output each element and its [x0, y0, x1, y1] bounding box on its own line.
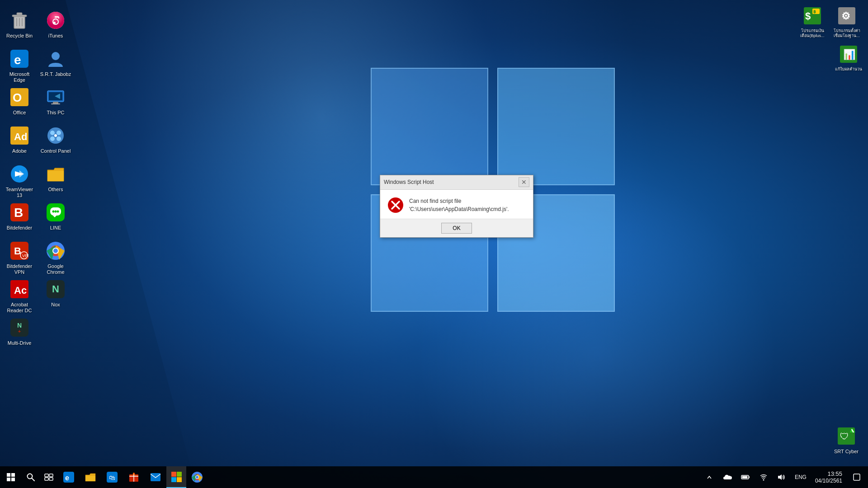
desktop-icons-right: $ ฿ โปรแกรมเงินเดือน(Bplus... ⚙ โปรแกรมต…	[795, 2, 866, 79]
srt-cyber-icon[interactable]: 🛡 SRT Cyber	[829, 422, 863, 461]
dialog-body: Can not find script file 'C:\Users\user\…	[380, 190, 533, 219]
svg-point-11	[53, 22, 56, 24]
desktop-icon-thai1[interactable]: $ ฿ โปรแกรมเงินเดือน(Bplus...	[795, 2, 830, 41]
desktop-icon-line[interactable]: LINE	[38, 199, 73, 237]
desktop-icon-multidrive[interactable]: N + Multi-Drive	[2, 314, 37, 352]
dialog-close-button[interactable]: ✕	[519, 177, 529, 187]
chrome-label: Google Chrome	[39, 263, 72, 275]
desktop-icon-thai3[interactable]: 📊 แก้ใบผลคำนวน	[831, 41, 866, 79]
dialog-titlebar[interactable]: Windows Script Host ✕	[380, 175, 533, 190]
desktop-icon-this-pc[interactable]: This PC	[38, 84, 73, 122]
office-icon: O	[9, 86, 30, 108]
teamviewer-icon	[9, 163, 30, 185]
svg-point-40	[57, 211, 59, 213]
desktop-icon-adobe[interactable]: Ad Adobe	[2, 122, 37, 160]
line-icon	[45, 202, 66, 223]
desktop-icon-thai2[interactable]: ⚙ โปรแกรมตั้งค่าเชื่อมโยงฐาน...	[830, 2, 864, 41]
line-label: LINE	[50, 225, 61, 231]
desktop: Recycle Bin	[0, 0, 868, 488]
svg-point-14	[52, 52, 60, 60]
taskbar-right: ENG 13:55 04/10/2561	[701, 466, 868, 488]
desktop-icon-srt[interactable]: S.R.T. Jabobz	[38, 45, 73, 84]
taskbar-clock[interactable]: 13:55 04/10/2561	[811, 470, 846, 484]
nox-icon: N	[45, 278, 66, 300]
taskbar-gift[interactable]	[123, 466, 145, 488]
taskbar-volume-icon[interactable]	[774, 468, 790, 486]
desktop-icon-office[interactable]: O Office	[2, 84, 37, 122]
desktop-icon-bitdefender[interactable]: B Bitdefender	[2, 199, 37, 237]
taskbar-chevron-up[interactable]	[701, 468, 717, 486]
taskbar-network-icon[interactable]	[755, 468, 772, 486]
others-label: Others	[48, 187, 63, 192]
svg-rect-34	[47, 171, 64, 181]
svg-text:⚙: ⚙	[841, 10, 850, 22]
taskbar-colorful-app[interactable]	[166, 466, 186, 488]
svg-point-98	[763, 479, 764, 481]
svg-point-94	[196, 476, 198, 479]
svg-rect-89	[171, 477, 176, 482]
cp-label: Control Panel	[41, 148, 71, 154]
svg-rect-19	[53, 102, 58, 103]
desktop-icon-others[interactable]: Others	[38, 160, 73, 199]
thai3-label: แก้ใบผลคำนวน	[835, 67, 862, 72]
svg-rect-88	[177, 472, 182, 477]
svg-text:Ac: Ac	[14, 285, 27, 296]
desktop-icon-recycle-bin[interactable]: Recycle Bin	[2, 7, 37, 45]
this-pc-icon	[45, 86, 66, 108]
svg-point-39	[55, 211, 57, 213]
svg-rect-86	[151, 473, 160, 481]
svg-point-7	[47, 12, 64, 29]
clock-time: 13:55	[827, 470, 842, 478]
acrobat-icon: Ac	[9, 278, 30, 300]
start-button[interactable]	[0, 466, 22, 488]
svg-rect-9	[55, 16, 59, 18]
taskbar-edge[interactable]: e	[58, 466, 80, 488]
taskbar-onedrive-icon[interactable]	[719, 468, 736, 486]
taskbar-mail[interactable]	[145, 466, 166, 488]
taskbar-task-view-button[interactable]	[40, 468, 58, 486]
desktop-icon-nox[interactable]: N Nox	[38, 276, 73, 314]
svg-rect-87	[171, 472, 176, 477]
multidrive-label: Multi-Drive	[8, 340, 32, 346]
svg-point-48	[53, 249, 58, 253]
win-pane-tr	[497, 68, 615, 185]
nox-label: Nox	[51, 302, 60, 308]
dialog-footer: OK	[380, 219, 533, 237]
taskbar-battery-icon[interactable]	[737, 468, 754, 486]
svg-text:฿: ฿	[813, 9, 816, 14]
svg-text:e: e	[65, 474, 69, 482]
svg-rect-67	[11, 473, 15, 477]
svg-rect-100	[854, 474, 860, 480]
svg-point-29	[57, 136, 61, 141]
taskbar-notification-button[interactable]	[848, 468, 866, 486]
desktop-icon-edge[interactable]: e Microsoft Edge	[2, 45, 37, 84]
adobe-label: Adobe	[12, 148, 27, 154]
desktop-icon-chrome[interactable]: Google Chrome	[38, 237, 73, 276]
desktop-icon-bdvpn[interactable]: B VPN Bitdefender VPN	[2, 237, 37, 276]
desktop-icon-itunes[interactable]: iTunes	[38, 7, 73, 45]
taskbar-file-explorer[interactable]	[80, 466, 101, 488]
svg-rect-20	[51, 103, 60, 104]
desktop-icons-left: Recycle Bin	[0, 0, 77, 359]
srt-cyber-icon-img: 🛡	[835, 425, 857, 447]
desktop-icon-acrobat[interactable]: Ac Acrobat Reader DC	[2, 276, 37, 314]
multidrive-icon: N +	[9, 317, 30, 338]
dialog-ok-button[interactable]: OK	[441, 223, 472, 234]
desktop-icon-teamviewer[interactable]: TeamViewer 13	[2, 160, 37, 199]
bitdefender-icon: B	[9, 202, 30, 223]
svg-rect-2	[17, 13, 22, 15]
svg-rect-74	[45, 478, 48, 480]
desktop-icon-cp[interactable]: Control Panel	[38, 122, 73, 160]
svg-rect-78	[85, 476, 95, 481]
taskbar-chrome[interactable]	[186, 466, 208, 488]
svg-text:Ad: Ad	[14, 131, 27, 142]
taskbar-store[interactable]: 🛍	[101, 466, 123, 488]
srt-label: S.R.T. Jabobz	[40, 71, 71, 77]
chrome-icon	[45, 240, 66, 262]
svg-rect-75	[49, 478, 53, 480]
dialog-message-line1: Can not find script file	[409, 198, 461, 204]
icon-row-1: Recycle Bin	[0, 5, 77, 355]
wsh-dialog: Windows Script Host ✕ Can not find scrip…	[380, 175, 533, 238]
taskbar-search-button[interactable]	[22, 468, 40, 486]
taskbar-lang-icon[interactable]: ENG	[792, 468, 810, 486]
